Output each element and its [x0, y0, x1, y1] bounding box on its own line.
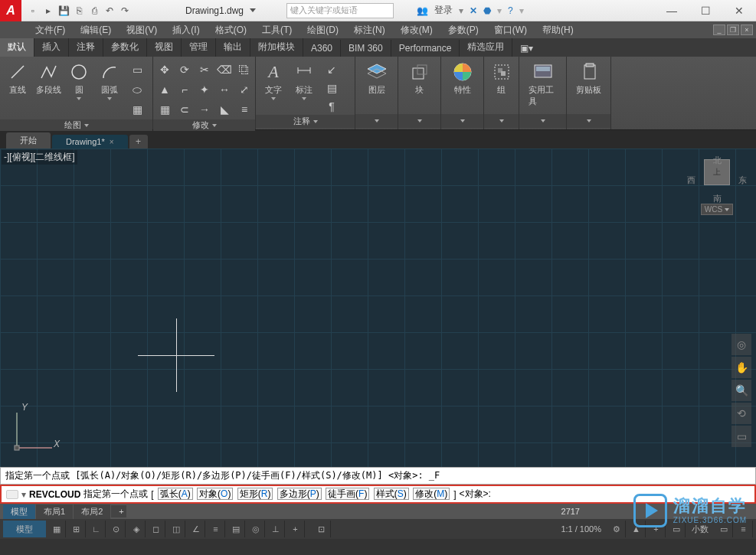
- doc-dropdown-icon[interactable]: [250, 8, 256, 12]
- status-otrack-icon[interactable]: ∠: [187, 521, 205, 537]
- status-dynucs-icon[interactable]: ⊥: [267, 521, 285, 537]
- offset-icon[interactable]: ⊂: [176, 101, 193, 118]
- menu-draw[interactable]: 绘图(D): [299, 21, 346, 38]
- chamfer-icon[interactable]: ◣: [216, 101, 233, 118]
- maximize-button[interactable]: ☐: [689, 0, 722, 21]
- tab-close-icon[interactable]: ×: [110, 138, 114, 146]
- login-button[interactable]: 登录: [434, 4, 453, 17]
- copy-icon[interactable]: ⿻: [236, 61, 253, 78]
- qat-saveas-icon[interactable]: ⎘: [72, 4, 86, 18]
- menu-param[interactable]: 参数(P): [440, 21, 486, 38]
- rtab-annot[interactable]: 注释: [69, 38, 103, 57]
- nav-pan-icon[interactable]: ✋: [731, 357, 751, 378]
- menu-format[interactable]: 格式(O): [208, 21, 254, 38]
- nav-show-icon[interactable]: ▭: [731, 426, 751, 447]
- rtab-param[interactable]: 参数化: [103, 38, 147, 57]
- status-qp-icon[interactable]: ⊡: [313, 521, 331, 537]
- rtab-default[interactable]: 默认: [0, 38, 34, 57]
- cmd-opt-R[interactable]: 矩形(R): [237, 488, 273, 500]
- cmd-opt-M[interactable]: 修改(M): [413, 488, 450, 500]
- nav-wheel-icon[interactable]: ◎: [731, 334, 751, 355]
- drawing-area[interactable]: -][俯视][二维线框] Y X 北 西 东 上 南 WCS ◎ ✋ 🔍 ⟲ ▭: [0, 149, 756, 467]
- erase-icon[interactable]: ⌫: [216, 61, 233, 78]
- menu-modify[interactable]: 修改(M): [393, 21, 440, 38]
- cmd-opt-P[interactable]: 多边形(P): [277, 488, 322, 500]
- layout-tab-2[interactable]: 布局2: [74, 504, 110, 519]
- move-icon[interactable]: ✥: [156, 61, 173, 78]
- nav-zoom-icon[interactable]: 🔍: [731, 380, 751, 401]
- layer-button[interactable]: 图层: [362, 61, 391, 96]
- layout-tab-1[interactable]: 布局1: [36, 504, 73, 519]
- a360-icon[interactable]: ⬣: [483, 5, 491, 16]
- hatch-icon[interactable]: ▦: [129, 101, 146, 118]
- file-tab-add-button[interactable]: +: [129, 135, 148, 149]
- search-input[interactable]: 键入关键字或短语: [286, 3, 394, 18]
- rtab-a360[interactable]: A360: [303, 40, 341, 57]
- ellipse-icon[interactable]: ⬭: [129, 81, 146, 98]
- dim-button[interactable]: 标注: [290, 61, 319, 100]
- menu-edit[interactable]: 编辑(E): [73, 21, 119, 38]
- close-button[interactable]: ✕: [722, 0, 756, 21]
- qat-undo-icon[interactable]: ↶: [103, 4, 116, 18]
- mdi-min-button[interactable]: _: [713, 24, 725, 35]
- prop-button[interactable]: 特性: [448, 61, 477, 96]
- status-lwt-icon[interactable]: ≡: [207, 521, 225, 537]
- explode-icon[interactable]: ✦: [196, 81, 213, 98]
- status-scale[interactable]: 1:1 / 100%: [556, 524, 606, 534]
- rect-icon[interactable]: ▭: [129, 61, 146, 78]
- cmd-opt-A[interactable]: 弧长(A): [158, 488, 193, 500]
- mtext-icon[interactable]: ¶: [323, 98, 340, 115]
- menu-file[interactable]: 文件(F): [28, 21, 73, 38]
- status-3dosnap-icon[interactable]: ◫: [167, 521, 185, 537]
- rtab-bim360[interactable]: BIM 360: [341, 40, 391, 57]
- menu-view[interactable]: 视图(V): [119, 21, 165, 38]
- rtab-featured[interactable]: 精选应用: [460, 38, 512, 57]
- status-iso-icon[interactable]: ◈: [127, 521, 146, 537]
- qat-new-icon[interactable]: ▫: [26, 4, 40, 18]
- qat-open-icon[interactable]: ▸: [41, 4, 55, 18]
- trim-icon[interactable]: ✂: [196, 61, 213, 78]
- mdi-close-button[interactable]: ×: [741, 24, 753, 35]
- rtab-addon[interactable]: 附加模块: [250, 38, 303, 57]
- status-model-button[interactable]: 模型: [3, 521, 46, 537]
- status-trans-icon[interactable]: ▤: [227, 521, 245, 537]
- wcs-badge[interactable]: WCS: [701, 204, 733, 215]
- scale-icon[interactable]: ⤢: [236, 81, 253, 98]
- align-icon[interactable]: ≡: [236, 101, 253, 118]
- menu-insert[interactable]: 插入(I): [165, 21, 207, 38]
- fillet-icon[interactable]: ⌐: [176, 81, 193, 98]
- status-polar-icon[interactable]: ⊙: [107, 521, 126, 537]
- clip-button[interactable]: 剪贴板: [574, 61, 604, 96]
- app-logo[interactable]: A: [0, 0, 21, 21]
- rotate-icon[interactable]: ⟳: [176, 61, 193, 78]
- minimize-button[interactable]: —: [655, 0, 689, 21]
- infocenter-icon[interactable]: 👥: [417, 5, 428, 16]
- extend-icon[interactable]: →: [196, 101, 213, 118]
- nav-orbit-icon[interactable]: ⟲: [731, 403, 751, 424]
- status-grid-icon[interactable]: ▦: [47, 521, 66, 537]
- status-ortho-icon[interactable]: ∟: [87, 521, 106, 537]
- status-gear-icon[interactable]: ⚙: [607, 521, 626, 537]
- arc-button[interactable]: 圆弧: [95, 61, 124, 100]
- menu-window[interactable]: 窗口(W): [486, 21, 535, 38]
- status-dyn-icon[interactable]: +: [286, 521, 305, 537]
- status-osnap-icon[interactable]: ◻: [147, 521, 165, 537]
- rtab-manage[interactable]: 管理: [182, 38, 216, 57]
- view-label[interactable]: -][俯视][二维线框]: [2, 150, 77, 165]
- qat-save-icon[interactable]: 💾: [57, 4, 70, 18]
- qat-redo-icon[interactable]: ↷: [118, 4, 132, 18]
- stretch-icon[interactable]: ↔: [216, 81, 233, 98]
- array-icon[interactable]: ▦: [156, 101, 173, 118]
- polyline-button[interactable]: 多段线: [34, 61, 63, 96]
- rtab-insert[interactable]: 插入: [34, 38, 69, 57]
- qat-print-icon[interactable]: ⎙: [87, 4, 101, 18]
- status-cycle-icon[interactable]: ◎: [247, 521, 265, 537]
- mdi-restore-button[interactable]: ❐: [727, 24, 739, 35]
- line-button[interactable]: 直线: [3, 61, 32, 96]
- help-icon[interactable]: ?: [508, 5, 513, 16]
- rtab-expander-icon[interactable]: ▣▾: [512, 40, 541, 57]
- layout-tab-model[interactable]: 模型: [3, 504, 35, 519]
- menu-help[interactable]: 帮助(H): [535, 21, 581, 38]
- cmd-opt-F[interactable]: 徒手画(F): [326, 488, 369, 500]
- cmd-opt-O[interactable]: 对象(O): [197, 488, 233, 500]
